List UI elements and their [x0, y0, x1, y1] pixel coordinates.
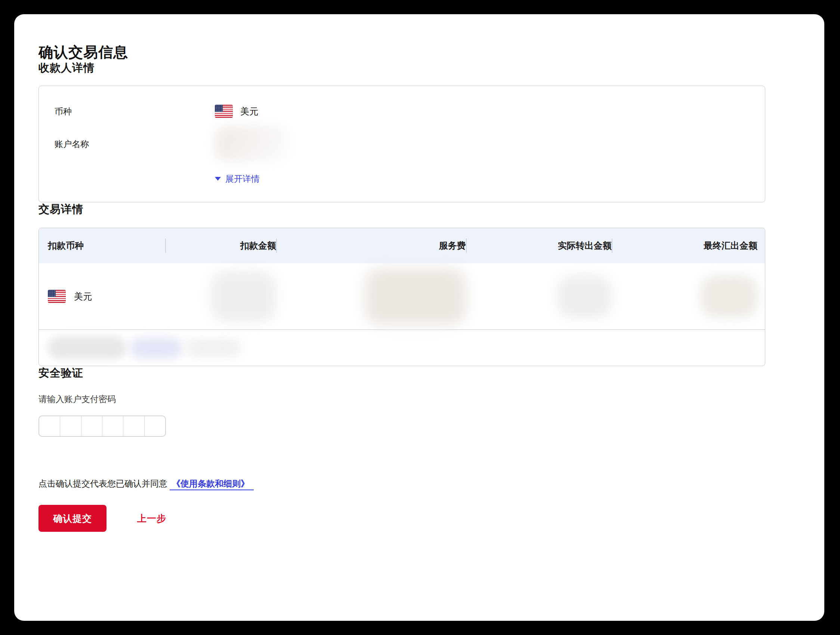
- flag-canton: [48, 290, 56, 297]
- chevron-down-icon: [215, 177, 221, 181]
- transaction-section-heading: 交易详情: [38, 202, 765, 216]
- header-deduction-currency: 扣款币种: [46, 228, 165, 263]
- redacted-account-name-value: [215, 126, 288, 162]
- us-flag-icon: [215, 105, 233, 118]
- header-deduction-amount: 扣款金额: [165, 228, 276, 263]
- currency-field-row: 币种 美元: [55, 105, 748, 118]
- currency-value-label: 美元: [240, 106, 258, 117]
- account-name-field-row: 账户名称: [55, 126, 748, 162]
- flag-canton: [215, 105, 223, 112]
- redacted-actual-transfer-amount: [557, 276, 612, 318]
- expand-details-row: 展开详情: [55, 174, 748, 184]
- row-currency-label: 美元: [74, 291, 92, 302]
- final-remittance-amount-cell: [612, 263, 758, 329]
- table-header-row: 扣款币种 扣款金额 服务费 实际转出金额 最终汇出金额: [39, 228, 765, 263]
- payment-password-input[interactable]: [38, 415, 166, 437]
- security-section-heading: 安全验证: [38, 366, 765, 380]
- terms-and-conditions-link[interactable]: 《使用条款和细则》: [170, 479, 254, 490]
- redacted-final-remittance-amount: [701, 276, 758, 318]
- confirm-submit-button[interactable]: 确认提交: [38, 505, 106, 532]
- table-footer-row: [39, 329, 765, 366]
- us-flag-icon: [48, 290, 66, 303]
- redacted-footer-note: [48, 337, 126, 359]
- redacted-footer-highlight: [130, 338, 182, 358]
- account-name-label: 账户名称: [55, 138, 215, 150]
- pin-digit-cell-5[interactable]: [123, 416, 144, 436]
- agreement-line: 点击确认提交代表您已确认并同意《使用条款和细则》: [38, 478, 765, 489]
- page-title: 确认交易信息: [38, 43, 765, 61]
- redacted-deduction-amount: [211, 271, 276, 321]
- header-service-fee: 服务费: [276, 228, 466, 263]
- recipient-details-card: 币种 美元 账户名称 展开详情: [38, 86, 765, 202]
- payment-password-prompt: 请输入账户支付密码: [38, 394, 765, 404]
- redacted-service-fee: [365, 269, 466, 325]
- pin-digit-cell-2[interactable]: [60, 416, 81, 436]
- actual-transfer-amount-cell: [466, 263, 612, 329]
- agreement-text: 点击确认提交代表您已确认并同意: [38, 479, 167, 488]
- pin-digit-cell-1[interactable]: [39, 416, 60, 436]
- pin-digit-cell-6[interactable]: [145, 416, 165, 436]
- service-fee-cell: [276, 263, 466, 329]
- pin-digit-cell-3[interactable]: [82, 416, 103, 436]
- header-actual-transfer-amount: 实际转出金额: [466, 228, 612, 263]
- recipient-section-heading: 收款人详情: [38, 61, 765, 74]
- expand-details-link[interactable]: 展开详情: [215, 174, 260, 184]
- table-row: 美元: [39, 263, 765, 329]
- expand-details-label: 展开详情: [225, 174, 260, 184]
- confirm-transaction-panel: 确认交易信息 收款人详情 币种 美元 账户名称 展开详情 交易详情 扣款币种 扣…: [14, 14, 824, 621]
- deduction-amount-cell: [165, 263, 276, 329]
- row-currency-cell: 美元: [46, 263, 165, 329]
- previous-step-button[interactable]: 上一步: [135, 512, 169, 525]
- currency-value-group: 美元: [215, 105, 258, 118]
- transaction-details-table: 扣款币种 扣款金额 服务费 实际转出金额 最终汇出金额 美元: [38, 228, 765, 366]
- redacted-footer-note-faint: [185, 339, 242, 357]
- header-final-remittance-amount: 最终汇出金额: [612, 228, 758, 263]
- actions-row: 确认提交 上一步: [38, 505, 765, 532]
- pin-digit-cell-4[interactable]: [103, 416, 123, 436]
- currency-label: 币种: [55, 106, 215, 117]
